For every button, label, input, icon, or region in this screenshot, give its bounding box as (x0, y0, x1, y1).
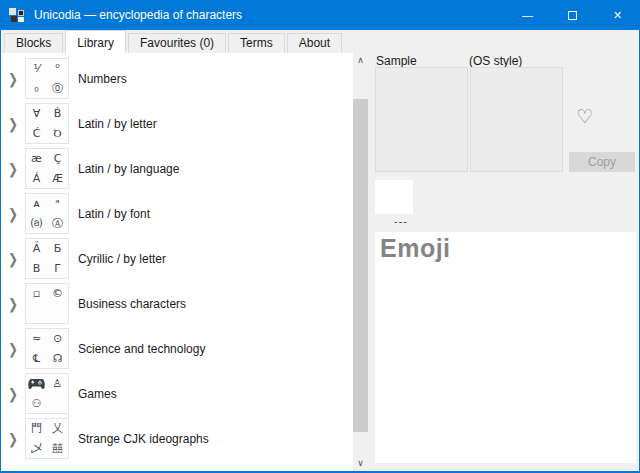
tree-item-label: Latin / by language (78, 162, 179, 176)
category-glyphs-icon: А́ Б В Г (25, 238, 69, 279)
glyph: Æ (52, 173, 63, 184)
section-separator: --- (394, 215, 408, 227)
glyph: ⅟ (33, 63, 39, 74)
glyph: Ć (33, 128, 41, 139)
tab-about[interactable]: About (287, 33, 342, 53)
window-title: Unicodia — encyclopedia of characters (34, 8, 242, 22)
app-window: Unicodia — encyclopedia of characters — … (0, 0, 640, 473)
expand-chevron-icon[interactable]: ❯ (1, 340, 25, 357)
glyph: Ꝺ (54, 128, 62, 139)
copy-button[interactable]: Copy (569, 152, 635, 172)
title-bar: Unicodia — encyclopedia of characters — … (0, 0, 640, 30)
expand-chevron-icon[interactable]: ❯ (1, 205, 25, 222)
gamepad-icon (28, 378, 45, 390)
glyph: Ḃ (54, 108, 62, 119)
category-heading: Emoji (380, 234, 636, 263)
glyph: Ç (54, 153, 62, 164)
glyph: 乂 (52, 423, 63, 434)
tree-item-label: Strange CJK ideographs (78, 432, 209, 446)
sample-preview-box (375, 67, 468, 172)
main-area: ❯ ⅟ ⁰ ₀ ⓪ Numbers ❯ Ɐ Ḃ Ć Ꝺ Latin / by l… (1, 53, 639, 471)
tree-item-science-technology[interactable]: ❯ ≈ ⊙ ℄ ☊ Science and technology (1, 326, 353, 371)
tree-item-label: Latin / by font (78, 207, 150, 221)
glyph: ▫ (33, 288, 40, 299)
tree-item-latin-by-font[interactable]: ❯ ᴀ ᵃ ⒜ Ⓐ Latin / by font (1, 191, 353, 236)
glyph: 囍 (52, 443, 63, 454)
glyph: ₀ (34, 83, 38, 94)
tree-item-strange-cjk[interactable]: ❯ 門 乂 乄 囍 Strange CJK ideographs (1, 416, 353, 461)
tree-item-label: Games (78, 387, 117, 401)
category-glyphs-icon: 門 乂 乄 囍 (25, 418, 69, 459)
glyph: ♙ (53, 378, 63, 389)
close-button[interactable]: ✕ (595, 0, 640, 30)
glyph: 乄 (31, 443, 42, 454)
glyph: ⁰ (55, 63, 59, 74)
glyph: Г (54, 263, 61, 274)
tab-blocks[interactable]: Blocks (4, 33, 63, 53)
tree-item-cyrillic-by-letter[interactable]: ❯ А́ Б В Г Cyrillic / by letter (1, 236, 353, 281)
tab-bar: Blocks Library Favourites (0) Terms Abou… (1, 30, 639, 53)
tree-item-games[interactable]: ❯ ♙ ⚇ (1, 371, 353, 416)
glyph: ⒜ (31, 218, 42, 229)
glyph: ᵃ (55, 198, 59, 209)
character-cell[interactable] (375, 180, 413, 214)
expand-chevron-icon[interactable]: ❯ (1, 430, 25, 447)
tree-item-numbers[interactable]: ❯ ⅟ ⁰ ₀ ⓪ Numbers (1, 56, 353, 101)
glyph: © (52, 288, 63, 299)
glyph: ⊙ (53, 333, 62, 344)
os-style-label: (OS style) (469, 54, 522, 68)
glyph: ⓪ (52, 83, 63, 94)
glyph: 門 (31, 423, 42, 434)
maximize-icon (568, 11, 577, 20)
category-glyphs-icon: ▫ © (25, 283, 69, 324)
tab-favourites[interactable]: Favourites (0) (128, 33, 226, 53)
category-glyphs-icon: æ Ç Á Æ (25, 148, 69, 189)
expand-chevron-icon[interactable]: ❯ (1, 250, 25, 267)
scrollbar-track (353, 68, 368, 456)
glyph: Ɐ (33, 108, 41, 119)
tab-library[interactable]: Library (65, 30, 126, 53)
glyph: А́ (33, 243, 41, 254)
tree-item-label: Science and technology (78, 342, 205, 356)
expand-chevron-icon[interactable]: ❯ (1, 115, 25, 132)
tree-item-label: Business characters (78, 297, 186, 311)
os-style-preview-box (470, 67, 563, 172)
scrollbar-thumb[interactable] (353, 99, 368, 432)
glyph: ℄ (33, 353, 40, 364)
expand-chevron-icon[interactable]: ❯ (1, 160, 25, 177)
category-glyphs-icon: Ɐ Ḃ Ć Ꝺ (25, 103, 69, 144)
description-area: Emoji (375, 232, 636, 463)
tree-item-business-characters[interactable]: ❯ ▫ © Business characters (1, 281, 353, 326)
tree-scrollbar: ∧ ∨ (353, 53, 368, 471)
glyph: æ (31, 153, 42, 164)
glyph: ᴀ (33, 198, 40, 209)
glyph: В (33, 263, 41, 274)
category-tree: ❯ ⅟ ⁰ ₀ ⓪ Numbers ❯ Ɐ Ḃ Ć Ꝺ Latin / by l… (1, 53, 353, 471)
glyph: ⚇ (32, 398, 42, 409)
category-glyphs-icon: ♙ ⚇ (25, 373, 69, 414)
expand-chevron-icon[interactable]: ❯ (1, 385, 25, 402)
scroll-down-icon[interactable]: ∨ (353, 456, 368, 471)
scroll-up-icon[interactable]: ∧ (353, 53, 368, 68)
category-glyphs-icon: ᴀ ᵃ ⒜ Ⓐ (25, 193, 69, 234)
minimize-button[interactable]: — (505, 0, 550, 30)
expand-chevron-icon[interactable]: ❯ (1, 70, 25, 87)
detail-panel: Sample (OS style) ♡ Copy --- Emoji (368, 53, 639, 471)
category-glyphs-icon: ≈ ⊙ ℄ ☊ (25, 328, 69, 369)
favourite-heart-icon[interactable]: ♡ (572, 103, 598, 129)
glyph: Ⓐ (52, 218, 63, 229)
sample-label: Sample (376, 54, 417, 68)
tree-item-latin-by-language[interactable]: ❯ æ Ç Á Æ Latin / by language (1, 146, 353, 191)
expand-chevron-icon[interactable]: ❯ (1, 295, 25, 312)
tree-item-label: Cyrillic / by letter (78, 252, 166, 266)
maximize-button[interactable] (550, 0, 595, 30)
window-controls: — ✕ (505, 0, 640, 30)
tree-item-label: Latin / by letter (78, 117, 157, 131)
app-logo-icon (9, 7, 25, 23)
glyph: Б (54, 243, 62, 254)
tab-terms[interactable]: Terms (228, 33, 285, 53)
tree-item-latin-by-letter[interactable]: ❯ Ɐ Ḃ Ć Ꝺ Latin / by letter (1, 101, 353, 146)
glyph: ≈ (32, 333, 41, 344)
category-glyphs-icon: ⅟ ⁰ ₀ ⓪ (25, 58, 69, 99)
glyph: ☊ (53, 353, 63, 364)
